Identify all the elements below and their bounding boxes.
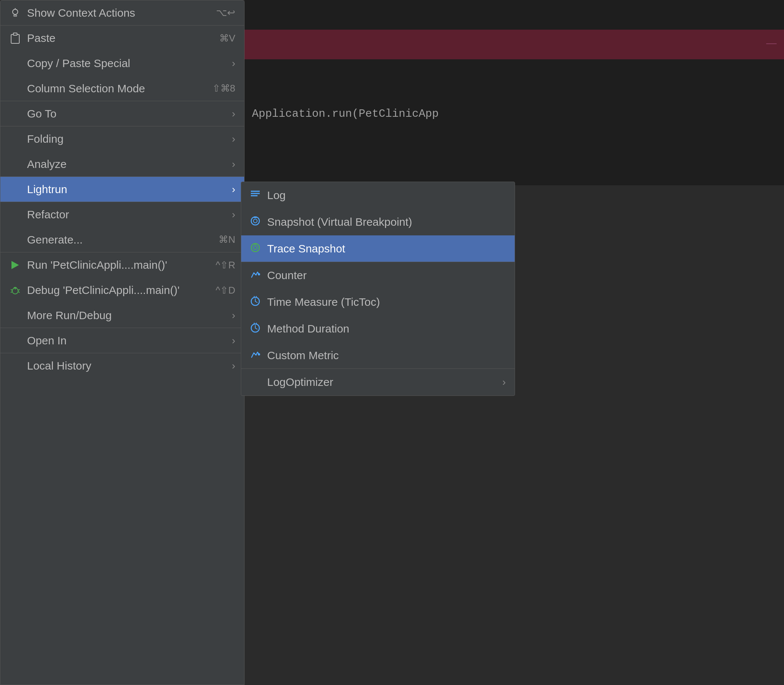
- shortcut-generate: ⌘N: [219, 234, 235, 245]
- svg-line-24: [255, 301, 257, 302]
- shortcut-run: ^⇧R: [215, 260, 235, 271]
- menu-item-more-run-debug[interactable]: More Run/Debug ›: [0, 303, 244, 328]
- arrow-icon: ›: [502, 376, 506, 388]
- menu-item-label: Paste: [27, 32, 55, 44]
- arrow-icon: ›: [232, 310, 235, 321]
- menu-item-analyze[interactable]: Analyze ›: [0, 152, 244, 177]
- svg-rect-3: [11, 34, 19, 43]
- menu-item-label: Show Context Actions: [27, 6, 135, 19]
- menu-item-refactor[interactable]: Refactor ›: [0, 202, 244, 227]
- svg-point-21: [258, 273, 260, 275]
- shortcut-debug: ^⇧D: [215, 285, 235, 296]
- menu-item-label: Analyze: [27, 158, 67, 170]
- arrow-icon: ›: [232, 183, 235, 195]
- submenu-item-trace-snapshot[interactable]: Trace Snapshot: [241, 235, 515, 262]
- clipboard-icon: [9, 32, 21, 44]
- submenu-item-custom-metric[interactable]: Custom Metric: [241, 342, 515, 369]
- arrow-icon: ›: [232, 360, 235, 372]
- trace-icon: [250, 242, 261, 255]
- editor-highlight: [245, 30, 784, 59]
- bug-icon: [9, 285, 21, 295]
- submenu-item-label: Custom Metric: [267, 349, 339, 362]
- svg-rect-17: [254, 216, 257, 218]
- menu-item-label: Copy / Paste Special: [27, 57, 130, 70]
- submenu-item-time-measure[interactable]: Time Measure (TicToc): [241, 289, 515, 315]
- menu-item-show-context-actions[interactable]: Show Context Actions ⌥↩: [0, 0, 244, 26]
- submenu-item-log[interactable]: Log: [241, 182, 515, 209]
- svg-line-10: [11, 292, 12, 292]
- submenu-item-label: Log: [267, 189, 286, 202]
- menu-item-label: Open In: [27, 334, 67, 347]
- counter-icon: [250, 269, 261, 282]
- menu-item-label: Folding: [27, 133, 63, 145]
- arrow-icon: ›: [232, 57, 235, 69]
- menu-item-label: Go To: [27, 107, 57, 120]
- submenu-item-counter[interactable]: Counter: [241, 262, 515, 289]
- snapshot-icon: [250, 216, 261, 228]
- svg-line-11: [18, 292, 19, 292]
- svg-line-30: [254, 323, 254, 324]
- play-icon: [9, 261, 21, 269]
- submenu-item-label: Counter: [267, 269, 307, 282]
- menu-item-lightrun[interactable]: Lightrun ›: [0, 177, 244, 202]
- submenu-item-snapshot[interactable]: Snapshot (Virtual Breakpoint): [241, 209, 515, 235]
- arrow-icon: ›: [232, 158, 235, 170]
- menu-item-go-to[interactable]: Go To ›: [0, 101, 244, 127]
- menu-item-label: Refactor: [27, 208, 69, 221]
- svg-line-8: [11, 289, 12, 290]
- svg-line-25: [254, 296, 254, 297]
- log-icon: [250, 190, 261, 201]
- svg-point-16: [253, 219, 257, 223]
- svg-line-26: [256, 296, 257, 297]
- lightrun-submenu: Log Snapshot (Virtual Breakpoint) Trace …: [241, 182, 515, 396]
- submenu-item-label: Method Duration: [267, 323, 349, 335]
- submenu-item-label: Time Measure (TicToc): [267, 296, 380, 308]
- custom-icon: [250, 349, 261, 362]
- menu-item-generate[interactable]: Generate... ⌘N: [0, 227, 244, 252]
- shortcut-show-context: ⌥↩: [216, 7, 235, 18]
- method-icon: [250, 323, 261, 335]
- time-icon: [250, 296, 261, 308]
- menu-item-open-in[interactable]: Open In ›: [0, 328, 244, 353]
- submenu-item-label: Trace Snapshot: [267, 242, 345, 255]
- svg-point-18: [251, 243, 259, 252]
- editor-code: Application.run(PetClinicApp: [252, 107, 439, 120]
- menu-item-label: Column Selection Mode: [27, 82, 145, 95]
- svg-line-31: [256, 323, 257, 324]
- submenu-item-label: Snapshot (Virtual Breakpoint): [267, 216, 412, 228]
- menu-item-label: Run 'PetClinicAppli....main()': [27, 259, 167, 271]
- submenu-item-label: LogOptimizer: [267, 376, 333, 388]
- menu-item-label: Debug 'PetClinicAppli....main()': [27, 284, 180, 297]
- editor-dash: —: [766, 37, 777, 49]
- arrow-icon: ›: [232, 133, 235, 145]
- arrow-icon: ›: [232, 209, 235, 221]
- menu-item-label: Lightrun: [27, 183, 67, 196]
- svg-point-0: [13, 9, 18, 15]
- menu-item-label: More Run/Debug: [27, 309, 112, 322]
- svg-line-29: [255, 328, 257, 329]
- svg-point-15: [251, 217, 259, 225]
- menu-item-column-selection[interactable]: Column Selection Mode ⇧⌘8: [0, 76, 244, 101]
- submenu-item-log-optimizer[interactable]: LogOptimizer ›: [241, 369, 515, 396]
- menu-item-label: Generate...: [27, 234, 83, 246]
- menu-item-local-history[interactable]: Local History ›: [0, 353, 244, 378]
- shortcut-column: ⇧⌘8: [212, 83, 235, 94]
- bulb-icon: [9, 8, 21, 18]
- svg-point-19: [253, 246, 257, 250]
- menu-item-paste[interactable]: Paste ⌘V: [0, 26, 244, 51]
- menu-item-folding[interactable]: Folding ›: [0, 127, 244, 152]
- editor-background: [245, 0, 784, 185]
- menu-item-label: Local History: [27, 360, 91, 372]
- svg-line-9: [18, 289, 19, 290]
- menu-item-debug-petclinic[interactable]: Debug 'PetClinicAppli....main()' ^⇧D: [0, 278, 244, 303]
- svg-point-32: [258, 353, 260, 355]
- arrow-icon: ›: [232, 335, 235, 347]
- svg-rect-1: [14, 15, 17, 16]
- arrow-icon: ›: [232, 108, 235, 120]
- menu-item-copy-paste-special[interactable]: Copy / Paste Special ›: [0, 51, 244, 76]
- context-menu: Show Context Actions ⌥↩ Paste ⌘V Copy / …: [0, 0, 245, 685]
- submenu-item-method-duration[interactable]: Method Duration: [241, 315, 515, 342]
- menu-item-run-petclinic[interactable]: Run 'PetClinicAppli....main()' ^⇧R: [0, 252, 244, 278]
- svg-rect-20: [254, 243, 257, 245]
- svg-marker-5: [11, 261, 19, 269]
